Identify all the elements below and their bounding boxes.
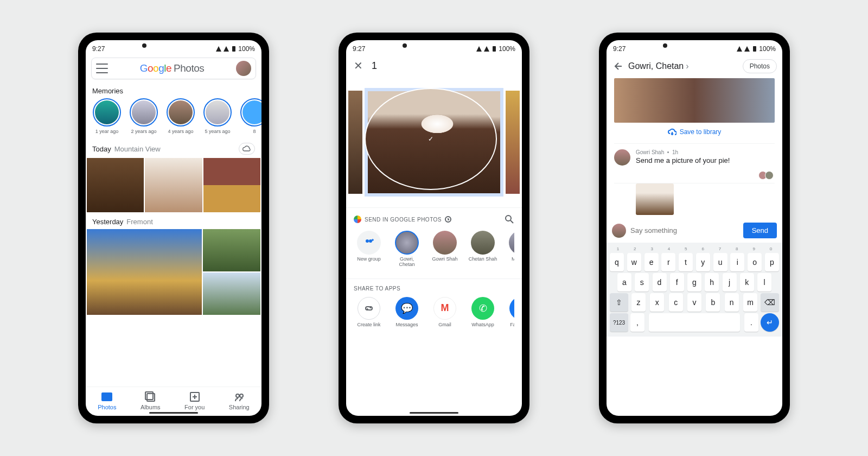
memory-item[interactable]: 1 year ago: [91, 98, 123, 134]
letter-key[interactable]: e: [644, 253, 659, 271]
app-create-link[interactable]: Create link: [354, 297, 384, 327]
enter-key[interactable]: ↵: [761, 313, 779, 332]
composer-input[interactable]: [630, 226, 739, 235]
shift-key[interactable]: ⇧: [610, 293, 628, 312]
letter-key[interactable]: j: [723, 273, 737, 292]
letter-key[interactable]: f: [670, 273, 684, 292]
chat-title[interactable]: Gowri, Chetan›: [628, 61, 689, 71]
shared-photo[interactable]: [614, 78, 775, 123]
photo-grid-yesterday: [86, 229, 261, 315]
letter-key[interactable]: m: [743, 293, 757, 312]
cloud-download-icon: [668, 128, 676, 136]
close-icon[interactable]: ✕: [354, 60, 363, 71]
letter-key[interactable]: d: [653, 273, 667, 292]
letter-key[interactable]: w: [627, 253, 641, 271]
home-indicator: [149, 412, 198, 414]
status-time: 9:27: [353, 45, 365, 53]
tab-albums[interactable]: Albums: [141, 391, 161, 410]
tab-sharing[interactable]: Sharing: [229, 391, 250, 410]
photo-filmstrip: ✓: [346, 77, 522, 207]
search-icon[interactable]: [505, 214, 514, 224]
period-key[interactable]: .: [744, 313, 758, 332]
contact-item[interactable]: Gowri, Chetan: [392, 231, 422, 268]
space-key[interactable]: [649, 313, 740, 332]
letter-key[interactable]: v: [687, 293, 701, 312]
status-icons: 100%: [476, 45, 515, 53]
app-gmail[interactable]: MGmail: [430, 297, 460, 327]
status-icons: 100%: [215, 45, 255, 53]
message-meta: Gowri Shah • 1h: [636, 149, 730, 155]
letter-key[interactable]: b: [706, 293, 720, 312]
photo-thumb[interactable]: [87, 158, 144, 212]
memory-item[interactable]: 2 years ago: [128, 98, 159, 134]
attached-photo[interactable]: [636, 183, 674, 215]
composer: Send: [607, 219, 782, 243]
day-header-today: Today Mountain View: [86, 137, 261, 158]
letter-key[interactable]: a: [617, 273, 631, 292]
contact-item[interactable]: Mark Ch: [506, 231, 514, 268]
photo-thumb[interactable]: [145, 158, 202, 212]
back-icon[interactable]: [612, 61, 623, 72]
memory-item[interactable]: 4 years ago: [165, 98, 196, 134]
photo-thumb[interactable]: [203, 229, 260, 271]
svg-rect-1: [101, 392, 112, 401]
status-icons: 100%: [736, 45, 776, 53]
letter-key[interactable]: t: [679, 253, 693, 271]
search-bar[interactable]: Google Photos: [91, 58, 256, 79]
app-whatsapp[interactable]: ✆WhatsApp: [468, 297, 498, 327]
letter-key[interactable]: u: [713, 253, 727, 271]
tab-for-you[interactable]: For you: [184, 391, 205, 410]
letter-key[interactable]: i: [730, 253, 744, 271]
key-hint: 8: [730, 246, 744, 251]
letter-key[interactable]: c: [669, 293, 683, 312]
key-hint: 0: [764, 246, 778, 251]
letter-key[interactable]: l: [757, 273, 771, 292]
comma-key[interactable]: ,: [630, 313, 644, 332]
photo-thumb[interactable]: [203, 273, 260, 315]
new-group-button[interactable]: New group: [354, 231, 384, 268]
send-button[interactable]: Send: [743, 223, 777, 238]
photos-button[interactable]: Photos: [743, 59, 777, 73]
symbols-key[interactable]: ?123: [610, 313, 628, 332]
contact-item[interactable]: Chetan Shah: [468, 231, 498, 268]
my-avatar: [612, 224, 626, 238]
status-bar: 9:27 100%: [607, 40, 782, 54]
backup-icon[interactable]: [239, 143, 255, 155]
key-hint: 1: [611, 246, 625, 251]
memory-item[interactable]: 5 years ago: [202, 98, 233, 134]
letter-key[interactable]: g: [687, 273, 701, 292]
letter-key[interactable]: q: [610, 253, 624, 271]
send-section: SEND IN GOOGLE PHOTOS New group Gowri, C…: [346, 207, 522, 278]
profile-avatar[interactable]: [236, 61, 251, 76]
letter-key[interactable]: y: [696, 253, 710, 271]
sender-avatar[interactable]: [614, 149, 630, 166]
save-to-library[interactable]: Save to library: [614, 123, 775, 144]
status-time: 9:27: [92, 45, 105, 53]
app-messages[interactable]: 💬Messages: [392, 297, 422, 327]
app-facebook[interactable]: fFacebook: [506, 297, 514, 327]
tab-photos[interactable]: Photos: [98, 391, 116, 410]
letter-key[interactable]: s: [635, 273, 649, 292]
letter-key[interactable]: k: [740, 273, 754, 292]
photo-grid-today: [86, 158, 261, 212]
letter-key[interactable]: p: [765, 253, 779, 271]
photo-selected[interactable]: ✓: [365, 88, 503, 197]
photo-thumb[interactable]: [87, 229, 202, 315]
memory-item[interactable]: 8: [239, 98, 261, 134]
letter-key[interactable]: z: [631, 293, 646, 312]
photo-thumb[interactable]: [203, 158, 260, 212]
backspace-key[interactable]: ⌫: [761, 293, 779, 312]
svg-point-6: [240, 394, 243, 397]
contact-item[interactable]: Gowri Shah: [430, 231, 460, 268]
help-icon[interactable]: [445, 216, 451, 223]
photo-thumb[interactable]: [506, 91, 520, 194]
photo-thumb[interactable]: [348, 91, 362, 194]
letter-key[interactable]: n: [725, 293, 739, 312]
letter-key[interactable]: r: [661, 253, 675, 271]
key-hint: 6: [696, 246, 710, 251]
letter-key[interactable]: h: [705, 273, 719, 292]
chat-header: Gowri, Chetan› Photos: [607, 54, 782, 78]
menu-icon[interactable]: [96, 64, 108, 73]
letter-key[interactable]: o: [748, 253, 762, 271]
letter-key[interactable]: x: [650, 293, 664, 312]
